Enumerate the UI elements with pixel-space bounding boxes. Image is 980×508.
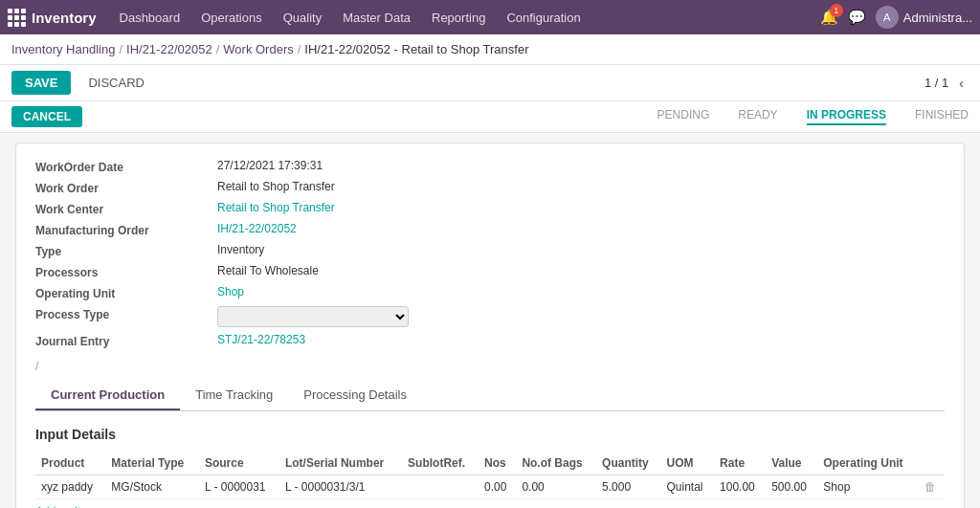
status-pending[interactable]: PENDING <box>657 108 710 125</box>
user-label: Administra... <box>903 11 972 25</box>
col-lot-serial: Lot/Serial Number <box>279 452 402 475</box>
col-product: Product <box>35 452 105 475</box>
value-journal-entry[interactable]: STJ/21-22/78253 <box>217 333 945 348</box>
table-header-row: Product Material Type Source Lot/Serial … <box>35 452 945 475</box>
value-work-center[interactable]: Retail to Shop Transfer <box>217 201 945 216</box>
label-type: Type <box>35 243 208 258</box>
label-processors: Processors <box>35 264 208 279</box>
pagination-prev-button[interactable]: ‹ <box>954 74 969 93</box>
pagination-label: 1 / 1 <box>924 76 948 90</box>
status-in-progress[interactable]: IN PROGRESS <box>807 108 886 125</box>
col-nos: Nos <box>479 452 516 475</box>
tab-current-production[interactable]: Current Production <box>35 381 180 410</box>
col-quantity: Quantity <box>596 452 660 475</box>
grid-icon <box>8 9 26 27</box>
cell-sublot-ref <box>402 475 479 499</box>
breadcrumb-sep-2: / <box>216 42 220 56</box>
value-work-order: Retail to Shop Transfer <box>217 180 945 195</box>
value-operating-unit[interactable]: Shop <box>217 285 945 300</box>
chat-icon[interactable]: 💬 <box>848 9 866 26</box>
status-finished[interactable]: FINISHED <box>915 108 969 125</box>
cell-lot-serial: L - 0000031/3/1 <box>279 475 402 499</box>
value-processors: Retail To Wholesale <box>217 264 945 279</box>
status-bar: CANCEL PENDING READY IN PROGRESS FINISHE… <box>0 101 980 133</box>
menu-item-configuration[interactable]: Configuration <box>497 7 590 29</box>
tabs: Current Production Time Tracking Process… <box>35 381 945 411</box>
cell-rate: 100.00 <box>714 475 766 499</box>
cell-material-type: MG/Stock <box>105 475 199 499</box>
col-value: Value <box>766 452 817 475</box>
label-work-center: Work Center <box>35 201 208 216</box>
breadcrumb-inventory-handling[interactable]: Inventory Handling <box>11 42 115 56</box>
label-journal-entry: Journal Entry <box>35 333 208 348</box>
notification-icon[interactable]: 🔔 1 <box>820 9 838 26</box>
cell-uom: Quintal <box>660 475 714 499</box>
col-actions <box>919 452 945 475</box>
cell-no-of-bags: 0.00 <box>516 475 596 499</box>
breadcrumb-sep-3: / <box>298 42 301 56</box>
breadcrumb-work-orders[interactable]: Work Orders <box>223 42 293 56</box>
label-workorder-date: WorkOrder Date <box>35 159 208 174</box>
topnav-right: 🔔 1 💬 A Administra... <box>820 6 972 29</box>
label-work-order: Work Order <box>35 180 208 195</box>
process-type-select[interactable] <box>217 306 409 327</box>
col-sublot-ref: SublotRef. <box>402 452 479 475</box>
col-rate: Rate <box>714 452 766 475</box>
form-card: WorkOrder Date 27/12/2021 17:39:31 Work … <box>15 143 965 508</box>
cancel-button[interactable]: CANCEL <box>11 106 82 127</box>
label-manufacturing-order: Manufacturing Order <box>35 222 208 237</box>
breadcrumb: Inventory Handling / IH/21-22/02052 / Wo… <box>0 34 980 65</box>
discard-button[interactable]: DISCARD <box>78 71 154 95</box>
value-workorder-date: 27/12/2021 17:39:31 <box>217 159 945 174</box>
top-navbar: Inventory Dashboard Operations Quality M… <box>0 0 980 34</box>
avatar: A <box>876 6 899 29</box>
menu-item-dashboard[interactable]: Dashboard <box>110 7 190 29</box>
user-menu[interactable]: A Administra... <box>876 6 972 29</box>
value-manufacturing-order[interactable]: IH/21-22/02052 <box>217 222 945 237</box>
menu-item-operations[interactable]: Operations <box>191 7 272 29</box>
value-type: Inventory <box>217 243 945 258</box>
table-row: xyz paddy MG/Stock L - 0000031 L - 00000… <box>35 475 945 499</box>
pagination: 1 / 1 ‹ <box>924 74 969 93</box>
col-no-of-bags: No.of Bags <box>516 452 596 475</box>
menu-item-quality[interactable]: Quality <box>274 7 331 29</box>
status-steps: PENDING READY IN PROGRESS FINISHED <box>657 108 969 125</box>
breadcrumb-ih-number[interactable]: IH/21-22/02052 <box>126 42 212 56</box>
cell-source: L - 0000031 <box>199 475 279 499</box>
label-operating-unit: Operating Unit <box>35 285 208 300</box>
form-slash: / <box>35 360 945 373</box>
cell-product[interactable]: xyz paddy <box>35 475 105 499</box>
delete-icon[interactable]: 🗑 <box>924 480 936 494</box>
app-logo[interactable]: Inventory <box>8 9 97 27</box>
breadcrumb-current: IH/21-22/02052 - Retail to Shop Transfer <box>304 42 528 56</box>
form-fields: WorkOrder Date 27/12/2021 17:39:31 Work … <box>35 159 945 348</box>
cell-quantity: 5.000 <box>596 475 660 499</box>
label-process-type: Process Type <box>35 306 208 327</box>
breadcrumb-sep-1: / <box>119 42 122 56</box>
cell-delete[interactable]: 🗑 <box>919 475 945 499</box>
col-material-type: Material Type <box>105 452 199 475</box>
cell-operating-unit: Shop <box>817 475 919 499</box>
cell-value: 500.00 <box>766 475 817 499</box>
col-operating-unit: Operating Unit <box>817 452 919 475</box>
main-content: WorkOrder Date 27/12/2021 17:39:31 Work … <box>0 133 980 508</box>
save-button[interactable]: SAVE <box>11 71 71 95</box>
col-source: Source <box>199 452 279 475</box>
menu-item-reporting[interactable]: Reporting <box>422 7 495 29</box>
notification-badge: 1 <box>830 4 843 17</box>
app-title: Inventory <box>32 10 97 26</box>
col-uom: UOM <box>660 452 714 475</box>
tab-time-tracking[interactable]: Time Tracking <box>180 381 288 410</box>
status-ready[interactable]: READY <box>738 108 777 125</box>
input-details-title: Input Details <box>35 427 945 442</box>
input-details-table: Product Material Type Source Lot/Serial … <box>35 452 945 499</box>
tab-processing-details[interactable]: Processing Details <box>288 381 422 410</box>
cell-nos: 0.00 <box>479 475 516 499</box>
action-bar: SAVE DISCARD 1 / 1 ‹ <box>0 65 980 101</box>
menu-item-master-data[interactable]: Master Data <box>333 7 420 29</box>
top-menu: Dashboard Operations Quality Master Data… <box>110 7 816 29</box>
input-details-section: Input Details Product Material Type Sour… <box>35 427 945 508</box>
